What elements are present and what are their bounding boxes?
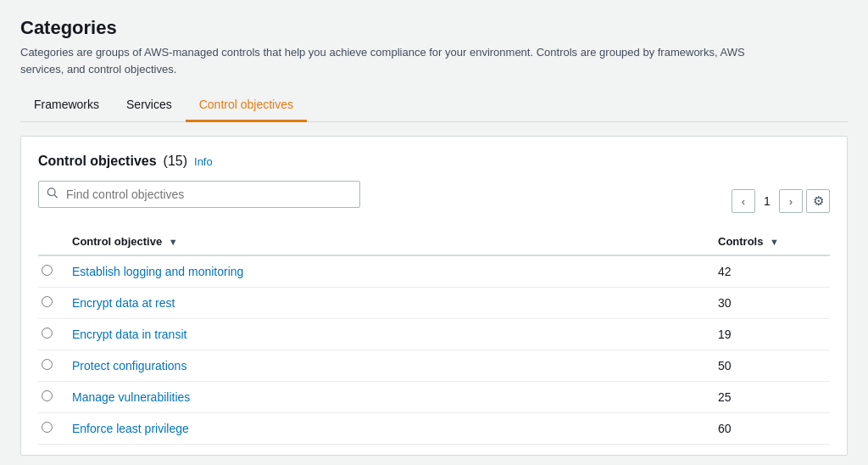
objective-cell: Enforce least privilege — [65, 413, 711, 445]
chevron-right-icon: › — [789, 195, 793, 208]
row-select-cell — [38, 382, 65, 413]
col-select-header — [38, 228, 65, 255]
controls-cell: 19 — [711, 319, 830, 350]
objective-cell: Protect configurations — [65, 350, 711, 382]
table-row: Manage vulnerabilities25 — [38, 382, 830, 413]
tab-frameworks[interactable]: Frameworks — [20, 91, 113, 122]
controls-cell: 42 — [711, 255, 830, 288]
table-row: Establish logging and monitoring42 — [38, 255, 830, 288]
controls-cell: 60 — [711, 413, 830, 445]
objective-link-5[interactable]: Manage vulnerabilities — [72, 390, 190, 404]
chevron-left-icon: ‹ — [742, 195, 745, 208]
table-settings-button[interactable]: ⚙ — [806, 189, 830, 213]
controls-cell: 30 — [711, 288, 830, 319]
controls-cell: 25 — [711, 382, 830, 413]
table-row: Protect configurations50 — [38, 350, 830, 382]
row-select-cell — [38, 288, 65, 319]
row-radio-6[interactable] — [42, 422, 53, 433]
row-select-cell — [38, 413, 65, 445]
table-row: Encrypt data in transit19 — [38, 319, 830, 350]
objective-link-1[interactable]: Establish logging and monitoring — [72, 265, 243, 278]
tab-control-objectives[interactable]: Control objectives — [186, 91, 307, 122]
objective-link-4[interactable]: Protect configurations — [72, 359, 186, 373]
objective-link-2[interactable]: Encrypt data at rest — [72, 296, 175, 310]
current-page: 1 — [759, 194, 776, 208]
col-controls-header[interactable]: Controls ▼ — [711, 228, 830, 255]
row-radio-3[interactable] — [42, 328, 53, 339]
table-row: Enforce least privilege60 — [38, 413, 830, 445]
sort-objective-icon: ▼ — [169, 237, 178, 247]
info-link[interactable]: Info — [194, 155, 213, 168]
page-title: Categories — [20, 17, 848, 39]
content-card: Control objectives (15) Info ‹ 1 — [20, 136, 848, 456]
controls-cell: 50 — [711, 350, 830, 382]
pagination-controls: ‹ 1 › ⚙ — [732, 189, 830, 213]
objective-link-3[interactable]: Encrypt data in transit — [72, 328, 186, 341]
table-wrapper: Control objective ▼ Controls ▼ Establish… — [38, 228, 830, 445]
page-description: Categories are groups of AWS-managed con… — [20, 44, 783, 77]
search-input[interactable] — [38, 181, 360, 208]
objective-cell: Encrypt data in transit — [65, 319, 711, 350]
svg-line-1 — [54, 195, 57, 198]
control-objectives-table: Control objective ▼ Controls ▼ Establish… — [38, 228, 830, 445]
row-select-cell — [38, 255, 65, 288]
search-container — [38, 181, 360, 208]
card-count: (15) — [164, 154, 187, 169]
gear-icon: ⚙ — [813, 193, 824, 209]
row-radio-5[interactable] — [42, 390, 53, 401]
row-radio-2[interactable] — [42, 296, 53, 307]
card-title: Control objectives — [38, 154, 157, 169]
tabs-bar: Frameworks Services Control objectives — [20, 91, 848, 122]
card-header: Control objectives (15) Info — [38, 154, 830, 169]
objective-link-6[interactable]: Enforce least privilege — [72, 422, 189, 435]
table-header-row: Control objective ▼ Controls ▼ — [38, 228, 830, 255]
tab-services[interactable]: Services — [113, 91, 186, 122]
row-select-cell — [38, 350, 65, 382]
row-select-cell — [38, 319, 65, 350]
sort-controls-icon: ▼ — [770, 237, 779, 247]
objective-cell: Encrypt data at rest — [65, 288, 711, 319]
objective-cell: Manage vulnerabilities — [65, 382, 711, 413]
search-icon — [47, 188, 58, 202]
prev-page-button[interactable]: ‹ — [732, 189, 755, 213]
row-radio-4[interactable] — [42, 359, 53, 370]
objective-cell: Establish logging and monitoring — [65, 255, 711, 288]
table-toolbar: ‹ 1 › ⚙ — [38, 181, 830, 221]
col-objective-header[interactable]: Control objective ▼ — [65, 228, 711, 255]
next-page-button[interactable]: › — [779, 189, 803, 213]
table-row: Encrypt data at rest30 — [38, 288, 830, 319]
row-radio-1[interactable] — [42, 265, 53, 276]
